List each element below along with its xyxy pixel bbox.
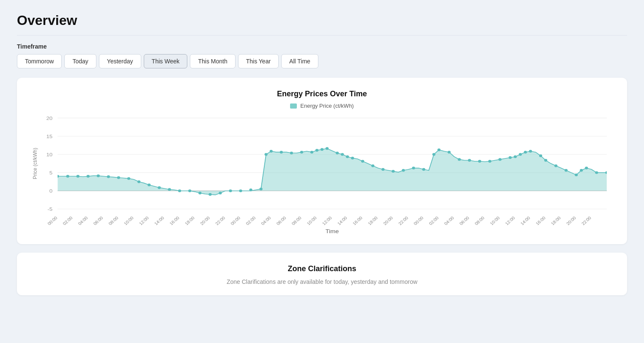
svg-point-68: [539, 155, 542, 157]
timeframe-buttons: Tommorow Today Yesterday This Week This …: [17, 54, 627, 68]
btn-all-time[interactable]: All Time: [281, 54, 318, 68]
svg-text:02:00: 02:00: [428, 215, 440, 226]
svg-point-17: [87, 175, 90, 177]
zone-clarifications-title: Zone Clarifications: [30, 264, 614, 273]
btn-today[interactable]: Today: [64, 54, 96, 68]
svg-point-60: [478, 160, 481, 162]
chart-title: Energy Prices Over Time: [30, 90, 614, 98]
svg-point-37: [280, 151, 283, 153]
legend-label: Energy Price (ct/kWh): [300, 103, 354, 109]
svg-text:06:00: 06:00: [458, 215, 470, 226]
btn-this-month[interactable]: This Month: [190, 54, 235, 68]
timeframe-label: Timeframe: [17, 43, 627, 50]
btn-yesterday[interactable]: Yesterday: [99, 54, 141, 68]
chart-svg: 20 15 10 5 0 -5 Price (ct/kWh): [30, 116, 614, 234]
svg-point-40: [310, 151, 313, 153]
svg-point-66: [524, 151, 527, 153]
chart-container: 20 15 10 5 0 -5 Price (ct/kWh): [30, 116, 614, 234]
svg-point-65: [519, 153, 522, 155]
page-title: Overview: [17, 13, 627, 28]
svg-point-30: [219, 192, 222, 194]
svg-text:16:00: 16:00: [535, 215, 547, 226]
zone-clarifications-card: Zone Clarifications Zone Clarifications …: [17, 253, 627, 295]
svg-point-71: [565, 169, 567, 172]
chart-legend: Energy Price (ct/kWh): [30, 103, 614, 109]
svg-point-25: [168, 188, 171, 191]
svg-point-53: [412, 167, 415, 169]
svg-point-35: [265, 153, 268, 155]
svg-text:10:00: 10:00: [306, 215, 318, 226]
btn-this-week[interactable]: This Week: [144, 54, 188, 68]
svg-text:10:00: 10:00: [489, 215, 501, 226]
legend-color-box: [290, 103, 297, 109]
svg-point-75: [595, 171, 598, 174]
svg-point-63: [509, 156, 512, 159]
svg-text:Time: Time: [326, 229, 339, 234]
svg-point-61: [488, 160, 491, 162]
svg-text:12:00: 12:00: [138, 215, 150, 226]
svg-text:00:00: 00:00: [413, 215, 425, 226]
svg-point-19: [107, 175, 110, 178]
svg-text:04:00: 04:00: [443, 215, 455, 226]
svg-text:08:00: 08:00: [291, 215, 303, 226]
svg-text:22:00: 22:00: [397, 215, 409, 226]
svg-text:20:00: 20:00: [199, 215, 211, 226]
svg-text:10:00: 10:00: [123, 215, 135, 226]
svg-text:18:00: 18:00: [184, 215, 196, 226]
svg-point-26: [178, 189, 181, 192]
svg-point-32: [239, 189, 242, 192]
svg-point-58: [458, 158, 461, 161]
svg-text:Price (ct/kWh): Price (ct/kWh): [32, 148, 38, 179]
svg-text:08:00: 08:00: [474, 215, 485, 226]
svg-point-76: [605, 171, 608, 174]
svg-point-69: [544, 159, 547, 161]
svg-text:00:00: 00:00: [230, 215, 241, 226]
svg-point-62: [499, 158, 501, 161]
svg-point-22: [137, 180, 140, 183]
chart-card: Energy Prices Over Time Energy Price (ct…: [17, 78, 627, 244]
svg-text:20:00: 20:00: [382, 215, 394, 226]
svg-text:14:00: 14:00: [153, 215, 165, 226]
svg-text:18:00: 18:00: [367, 215, 379, 226]
zone-clarifications-description: Zone Clarifications are only available f…: [30, 278, 614, 285]
svg-point-47: [351, 157, 354, 159]
svg-point-73: [580, 169, 583, 172]
svg-point-28: [198, 192, 201, 194]
svg-text:14:00: 14:00: [337, 215, 348, 226]
svg-point-23: [148, 183, 151, 186]
svg-point-21: [127, 177, 130, 180]
svg-point-64: [514, 155, 517, 158]
svg-text:22:00: 22:00: [581, 215, 592, 226]
svg-text:06:00: 06:00: [275, 215, 287, 226]
svg-point-74: [585, 167, 588, 169]
svg-point-43: [326, 147, 329, 150]
svg-point-36: [270, 150, 273, 152]
svg-point-54: [422, 168, 425, 171]
svg-point-29: [208, 193, 211, 196]
svg-point-33: [249, 188, 252, 191]
svg-point-67: [529, 150, 532, 152]
svg-point-24: [158, 186, 161, 189]
svg-text:-5: -5: [47, 207, 52, 212]
svg-point-18: [97, 174, 100, 177]
svg-point-41: [315, 149, 318, 152]
svg-point-31: [229, 189, 232, 192]
svg-point-16: [77, 175, 79, 177]
svg-text:20: 20: [46, 116, 52, 121]
svg-point-70: [554, 164, 557, 167]
svg-point-44: [336, 152, 339, 154]
btn-this-year[interactable]: This Year: [238, 54, 279, 68]
svg-point-57: [448, 151, 451, 153]
svg-point-42: [321, 148, 323, 150]
svg-text:16:00: 16:00: [169, 215, 181, 226]
svg-text:0: 0: [49, 188, 52, 194]
svg-text:10: 10: [46, 152, 52, 157]
svg-text:08:00: 08:00: [108, 215, 120, 226]
btn-tomorrow[interactable]: Tommorow: [17, 54, 62, 68]
svg-text:16:00: 16:00: [352, 215, 364, 226]
svg-text:02:00: 02:00: [245, 215, 257, 226]
svg-text:20:00: 20:00: [565, 215, 577, 226]
svg-text:02:00: 02:00: [62, 215, 74, 226]
svg-text:14:00: 14:00: [520, 215, 532, 226]
svg-point-52: [402, 169, 405, 172]
